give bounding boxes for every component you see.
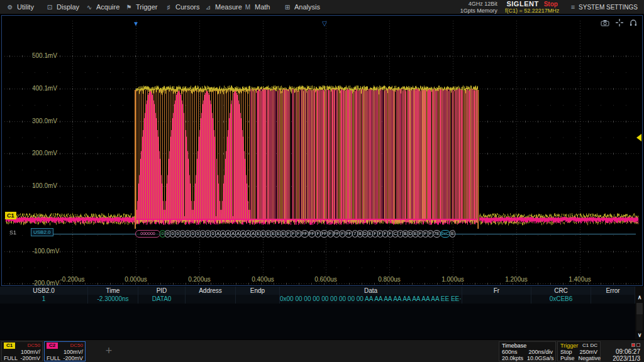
trigger-level-arrow[interactable] (636, 134, 641, 141)
decode-bubble: E (450, 230, 455, 238)
spec-bandwidth: 4GHz 12Bit (460, 1, 497, 8)
status-bar: C1DC50100mV/FULL-200mVC2DC50100mV/FULL-2… (0, 339, 644, 362)
decode-bubble: FF (301, 230, 309, 238)
table-cell (236, 295, 280, 304)
clock-block: 09:06:27 2023/11/3 (602, 341, 642, 361)
add-channel-button[interactable]: + (97, 344, 120, 359)
network-status-icon[interactable] (630, 341, 640, 346)
scrollbar-thumb[interactable] (636, 303, 643, 314)
timebase-title: Timebase (502, 343, 526, 349)
table-header-cell: USB2.0 (0, 287, 88, 295)
acquire-icon: ∿ (86, 4, 93, 11)
table-cell: DATA0 (138, 295, 186, 304)
channel-coupling: DC50 (28, 343, 40, 349)
table-header-cell: Address (186, 287, 236, 295)
scroll-down-button[interactable]: ∨ (635, 331, 644, 339)
table-header-cell: Data (280, 287, 462, 295)
delay-marker[interactable]: ▽ (322, 21, 327, 27)
decode-bubble: FF (320, 230, 328, 238)
trigger-source: C1 DC (582, 343, 597, 349)
menu-item-display[interactable]: ⊡Display (46, 3, 86, 11)
trigger-slope: Negative (579, 355, 601, 361)
trigger-level: 250mV (579, 349, 597, 355)
menu-item-utility[interactable]: ⚙Utility (6, 3, 46, 11)
waveform-canvas (2, 16, 643, 287)
table-cell: -2.30000ns (88, 295, 138, 304)
table-header-cell: Time (88, 287, 138, 295)
menu-item-label: Cursors (175, 3, 200, 11)
menu-item-label: Measure (215, 3, 242, 11)
cursors-icon: ♯ (165, 4, 172, 11)
plot-toolbar (601, 19, 637, 26)
decode-bubble: 7E (433, 230, 441, 238)
table-cell: 0xCEB6 (531, 295, 591, 304)
headphone-icon[interactable] (630, 19, 637, 26)
table-cell: 0x00 00 00 00 00 00 00 00 00 AA AA AA AA… (280, 295, 462, 304)
trigger-box[interactable]: Trigger C1 DC Stop 250mV Pulse Negative (557, 341, 601, 361)
measure-icon: ⊿ (204, 4, 212, 11)
brand-block: SIGLENT Stop f(C1) = 52.22217MHz (502, 0, 562, 14)
menu-item-measure[interactable]: ⊿Measure (204, 3, 244, 11)
table-header-cell: Error (591, 287, 635, 295)
utility-icon: ⚙ (6, 4, 14, 11)
camera-icon[interactable] (601, 19, 609, 26)
menu-bar: ⚙Utility⊡Display∿Acquire⚑Trigger♯Cursors… (0, 0, 644, 14)
settings-list-icon: ≡ (571, 3, 575, 11)
channel-bandwidth: FULL (4, 355, 18, 361)
timebase-scale: 200ns/div (528, 349, 553, 355)
scrollbar-track[interactable] (636, 303, 643, 331)
decode-bubble: 0xC (440, 230, 450, 238)
menu-item-math[interactable]: MMath (244, 3, 284, 11)
brand-logo: SIGLENT (506, 1, 538, 8)
table-row[interactable]: 1-2.30000nsDATA00x00 00 00 00 00 00 00 0… (0, 295, 635, 304)
table-cell (462, 295, 531, 304)
channel-bandwidth: FULL (47, 355, 60, 361)
timebase-box[interactable]: Timebase 600ns 200ns/div 20.0kpts 10.0GS… (499, 341, 556, 361)
menu-item-label: Analysis (294, 3, 320, 11)
channel-box-c2[interactable]: C2DC50100mV/FULL-200mV (44, 341, 86, 361)
table-header-cell: CRC (531, 287, 591, 295)
table-cell (186, 295, 236, 304)
analysis-icon: ⊞ (284, 4, 291, 11)
menu-item-acquire[interactable]: ∿Acquire (86, 3, 125, 11)
decode-result-table[interactable]: USB2.0TimePIDAddressEndpDataFrCRCError1-… (0, 287, 635, 339)
menu-item-label: Utility (17, 3, 34, 11)
scroll-up-button[interactable]: ∧ (635, 293, 644, 302)
menu-item-trigger[interactable]: ⚑Trigger (125, 3, 165, 11)
decode-protocol-tag[interactable]: USB2.0 (31, 228, 53, 236)
trigger-status: Stop (560, 349, 572, 355)
trigger-type: Pulse (560, 355, 575, 361)
spec-memory: 1Gpts Memory (460, 8, 497, 14)
channel-id-badge: C2 (47, 343, 58, 349)
menu-item-label: Display (57, 3, 79, 11)
run-state-badge[interactable]: Stop (544, 1, 558, 8)
frequency-counter: f(C1) = 52.22217MHz (502, 8, 562, 14)
table-header-cell: Endp (236, 287, 280, 295)
clock-time: 09:06:27 (602, 348, 640, 355)
menu-items: ⚙Utility⊡Display∿Acquire⚑Trigger♯Cursors… (0, 3, 323, 11)
table-header-cell: PID (138, 287, 186, 295)
channel1-offset-badge[interactable]: C1 (5, 212, 16, 219)
timebase-samplerate: 10.0GSa/s (527, 355, 554, 361)
table-scrollbar[interactable]: ∧ ∨ (635, 287, 644, 339)
header-right: 4GHz 12Bit 1Gpts Memory SIGLENT Stop f(C… (460, 0, 644, 14)
menu-item-label: Math (255, 3, 270, 11)
timebase-delay: 600ns (502, 349, 518, 355)
system-settings-button[interactable]: ≡ SYSTEM SETTINGS (562, 0, 644, 14)
menu-item-cursors[interactable]: ♯Cursors (165, 3, 204, 11)
menu-item-label: Acquire (96, 3, 119, 11)
waveform-display[interactable]: 500.1mV400.1mV300.0mV200.0mV100.0mV0.0mV… (1, 15, 643, 286)
table-cell: 1 (0, 295, 88, 304)
display-icon: ⊡ (46, 4, 53, 11)
menu-item-analysis[interactable]: ⊞Analysis (284, 3, 323, 11)
channel-scale: 100mV/ (64, 349, 83, 355)
menu-item-label: Trigger (136, 3, 157, 11)
system-settings-label: SYSTEM SETTINGS (579, 4, 638, 11)
trigger-icon: ⚑ (125, 4, 133, 11)
crosshair-icon[interactable] (616, 19, 623, 26)
decode-bubbles-row: 00000000000000000AAAAAAAAEEEEEEFFFFFFFFF… (136, 230, 455, 238)
channel-box-c1[interactable]: C1DC50100mV/FULL-200mV (1, 341, 43, 361)
table-header-cell: Fr (462, 287, 531, 295)
trigger-position-marker[interactable]: ▼ (133, 21, 139, 27)
channel-offset: -200mV (63, 355, 83, 361)
